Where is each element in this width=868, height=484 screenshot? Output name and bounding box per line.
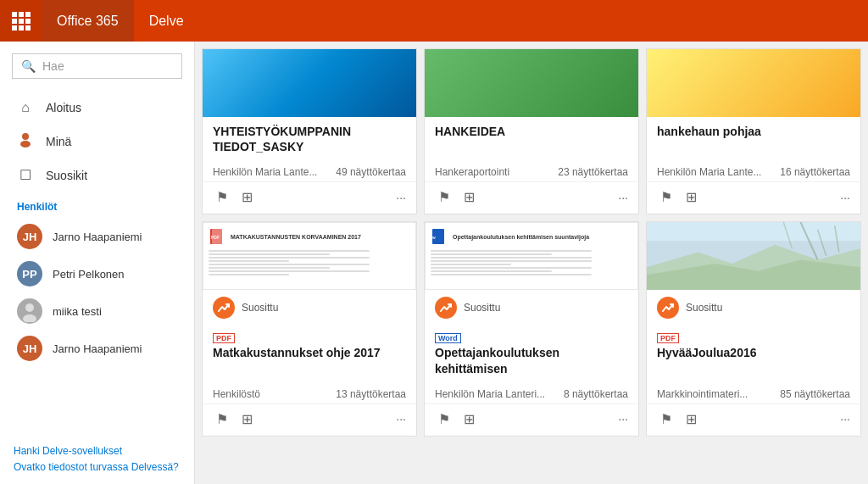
bookmark-button[interactable]: ⚑ <box>213 187 231 207</box>
more-button[interactable]: ··· <box>840 191 850 204</box>
card-actions: ⚑ ⊞ ··· <box>425 403 638 436</box>
card-meta-right: 49 näyttökertaa <box>336 166 406 178</box>
footer-link-1[interactable]: Hanki Delve-sovellukset <box>14 443 181 459</box>
pdf-badge: PDF <box>657 333 682 343</box>
card-meta: Henkilön Maria Lante... 49 näyttökertaa <box>203 163 416 181</box>
sidebar-item-label: Aloitus <box>46 101 81 114</box>
bookmark-button[interactable]: ⚑ <box>657 409 676 429</box>
person-name: Petri Pelkonen <box>53 268 125 281</box>
card-actions: ⚑ ⊞ ··· <box>203 403 416 436</box>
more-button[interactable]: ··· <box>396 191 406 204</box>
svg-rect-12 <box>647 222 860 241</box>
card-meta-left: Henkilön Maria Lante... <box>213 166 317 178</box>
word-badge: Word <box>435 333 465 343</box>
card-actions: ⚑ ⊞ ··· <box>647 403 860 436</box>
svg-text:PDF: PDF <box>211 235 220 240</box>
card-1: YHTEISTYÖKUMPPANIN TIEDOT_SASKY Henkilön… <box>202 48 417 214</box>
sidebar-person-1[interactable]: JH Jarno Haapaniemi <box>0 218 194 255</box>
avatar: PP <box>17 261 42 287</box>
share-button[interactable]: ⊞ <box>682 187 700 207</box>
suosittu-label: Suosittu <box>464 302 500 314</box>
search-box[interactable]: 🔍 Hae <box>12 53 182 79</box>
card-thumb <box>647 49 860 117</box>
bookmark-button[interactable]: ⚑ <box>435 187 453 207</box>
doc-preview: PDF MATKAKUSTANNUSTEN KORVAAMINEN 2017 <box>203 222 416 290</box>
share-button[interactable]: ⊞ <box>460 187 478 207</box>
svg-point-3 <box>23 314 36 322</box>
bookmark-button[interactable]: ⚑ <box>435 409 453 429</box>
card-meta: Henkilöstö 13 näyttökertaa <box>203 385 416 403</box>
share-button[interactable]: ⊞ <box>238 187 256 207</box>
people-section-label: Henkilöt <box>0 191 194 218</box>
more-button[interactable]: ··· <box>618 412 628 426</box>
svg-point-1 <box>20 141 31 147</box>
card-meta-right: 16 näyttökertaa <box>780 166 850 178</box>
suosittu-badge: Suosittu <box>425 290 638 322</box>
card-body: PDF HyvääJoulua2016 <box>647 322 860 384</box>
card-thumb <box>203 49 416 117</box>
doc-title: Opettajankoulutuksen kehittämisen suunta… <box>453 233 589 242</box>
share-button[interactable]: ⊞ <box>460 409 478 429</box>
search-icon: 🔍 <box>21 59 36 73</box>
card-5: W Opettajankoulutuksen kehittämisen suun… <box>424 221 639 436</box>
card-meta-left: Hankeraportointi <box>435 166 509 178</box>
app-name[interactable]: Office 365 <box>42 0 134 42</box>
pdf-badge: PDF <box>213 333 238 343</box>
person-name: Jarno Haapaniemi <box>53 231 142 243</box>
card-thumb <box>425 49 638 117</box>
cards-grid: YHTEISTYÖKUMPPANIN TIEDOT_SASKY Henkilön… <box>202 48 861 437</box>
trending-icon <box>213 297 235 319</box>
card-thumb <box>647 222 860 290</box>
sidebar-item-aloitus[interactable]: ⌂ Aloitus <box>0 92 194 123</box>
more-button[interactable]: ··· <box>396 412 406 426</box>
sidebar-person-4[interactable]: JH Jarno Haapaniemi <box>0 330 194 367</box>
card-thumb: PDF MATKAKUSTANNUSTEN KORVAAMINEN 2017 <box>203 222 416 290</box>
suosittu-badge: Suosittu <box>647 290 860 322</box>
home-icon: ⌂ <box>17 100 34 115</box>
footer-link-2[interactable]: Ovatko tiedostot turvassa Delvessä? <box>14 459 181 476</box>
card-body: Word Opettajankoulutuksen kehittämisen <box>425 322 638 384</box>
card-meta: Henkilön Maria Lante... 16 näyttökertaa <box>647 163 860 181</box>
bookmark-button[interactable]: ⚑ <box>213 409 231 429</box>
card-meta-right: 13 näyttökertaa <box>336 388 406 400</box>
sidebar-item-label: Minä <box>46 135 71 148</box>
waffle-button[interactable] <box>0 0 42 42</box>
card-meta: Henkilön Maria Lanteri... 8 näyttökertaa <box>425 385 638 403</box>
trending-icon <box>657 297 679 319</box>
bookmark-button[interactable]: ⚑ <box>657 187 676 207</box>
main-layout: 🔍 Hae ⌂ Aloitus Minä ☐ Suosikit Henkilöt… <box>0 42 868 484</box>
sidebar: 🔍 Hae ⌂ Aloitus Minä ☐ Suosikit Henkilöt… <box>0 42 195 484</box>
bookmark-icon: ☐ <box>17 167 34 183</box>
card-meta: Markkinointimateri... 85 näyttökertaa <box>647 385 860 403</box>
waffle-icon <box>12 12 31 31</box>
doc-title: MATKAKUSTANNUSTEN KORVAAMINEN 2017 <box>231 233 361 242</box>
svg-point-0 <box>22 133 29 140</box>
sidebar-item-suosikit[interactable]: ☐ Suosikit <box>0 159 194 191</box>
avatar: JH <box>17 336 42 361</box>
sidebar-person-3[interactable]: miika testi <box>0 292 194 330</box>
doc-preview: W Opettajankoulutuksen kehittämisen suun… <box>425 222 638 290</box>
card-meta: Hankeraportointi 23 näyttökertaa <box>425 163 638 181</box>
share-button[interactable]: ⊞ <box>682 409 700 429</box>
card-2: HANKEIDEA Hankeraportointi 23 näyttökert… <box>424 48 639 214</box>
sidebar-person-2[interactable]: PP Petri Pelkonen <box>0 255 194 292</box>
card-meta-left: Henkilön Maria Lanteri... <box>435 388 545 400</box>
card-4: PDF MATKAKUSTANNUSTEN KORVAAMINEN 2017 <box>202 221 417 436</box>
card-meta-right: 85 näyttökertaa <box>780 388 850 400</box>
card-6: Suosittu PDF HyvääJoulua2016 Markkinoint… <box>646 221 861 436</box>
share-button[interactable]: ⊞ <box>238 409 256 429</box>
suosittu-badge: Suosittu <box>203 290 416 322</box>
card-title: Opettajankoulutuksen kehittämisen <box>435 345 628 376</box>
svg-text:W: W <box>432 236 436 240</box>
more-button[interactable]: ··· <box>618 191 628 204</box>
card-title: hankehaun pohjaa <box>657 124 850 139</box>
search-placeholder: Hae <box>42 59 64 73</box>
sidebar-item-label: Suosikit <box>46 169 87 182</box>
more-button[interactable]: ··· <box>840 412 850 426</box>
person-name: miika testi <box>53 305 102 318</box>
card-title: YHTEISTYÖKUMPPANIN TIEDOT_SASKY <box>213 124 406 154</box>
sidebar-footer: Hanki Delve-sovellukset Ovatko tiedostot… <box>0 435 194 484</box>
svg-point-2 <box>25 303 34 312</box>
suosittu-label: Suosittu <box>242 302 278 314</box>
sidebar-item-mina[interactable]: Minä <box>0 123 194 159</box>
